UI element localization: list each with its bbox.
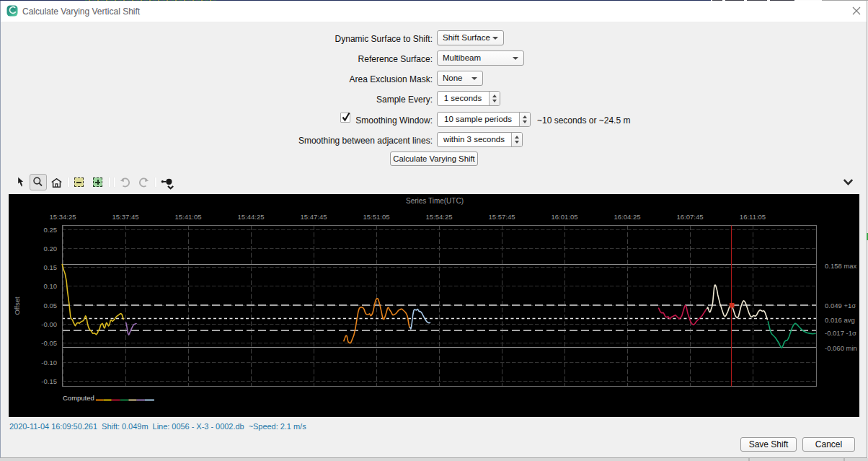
svg-text:-0.05: -0.05 <box>41 339 57 347</box>
svg-text:Computed: Computed <box>63 394 94 402</box>
svg-text:0.20: 0.20 <box>44 245 58 253</box>
svg-text:15:54:25: 15:54:25 <box>426 213 453 221</box>
svg-text:15:44:25: 15:44:25 <box>238 213 265 221</box>
svg-text:-0.10: -0.10 <box>41 359 57 366</box>
svg-text:16:01:05: 16:01:05 <box>552 213 578 221</box>
svg-text:0.10: 0.10 <box>44 282 58 290</box>
svg-text:0.25: 0.25 <box>44 226 58 234</box>
svg-text:Offset: Offset <box>13 297 21 315</box>
svg-text:-0.017 -1σ: -0.017 -1σ <box>825 329 856 337</box>
svg-text:-0.00: -0.00 <box>41 320 57 328</box>
svg-text:0.15: 0.15 <box>44 263 58 271</box>
svg-text:15:57:45: 15:57:45 <box>489 213 515 221</box>
svg-text:0.05: 0.05 <box>44 302 58 309</box>
svg-text:16:07:45: 16:07:45 <box>677 213 704 221</box>
svg-text:15:47:45: 15:47:45 <box>301 213 327 221</box>
svg-text:0.049 +1σ: 0.049 +1σ <box>825 302 856 309</box>
svg-text:0.158 max: 0.158 max <box>825 262 857 270</box>
svg-text:0.016 avg: 0.016 avg <box>825 316 855 324</box>
svg-text:Series Time(UTC): Series Time(UTC) <box>406 197 464 205</box>
svg-text:16:04:25: 16:04:25 <box>614 213 641 221</box>
svg-text:15:34:25: 15:34:25 <box>50 213 76 221</box>
svg-text:-0.060 min: -0.060 min <box>825 344 857 352</box>
svg-text:15:41:05: 15:41:05 <box>175 213 202 221</box>
svg-text:16:11:05: 16:11:05 <box>740 213 766 221</box>
svg-text:15:51:05: 15:51:05 <box>363 213 390 221</box>
svg-text:15:37:45: 15:37:45 <box>112 213 139 221</box>
svg-text:-0.15: -0.15 <box>41 377 57 385</box>
